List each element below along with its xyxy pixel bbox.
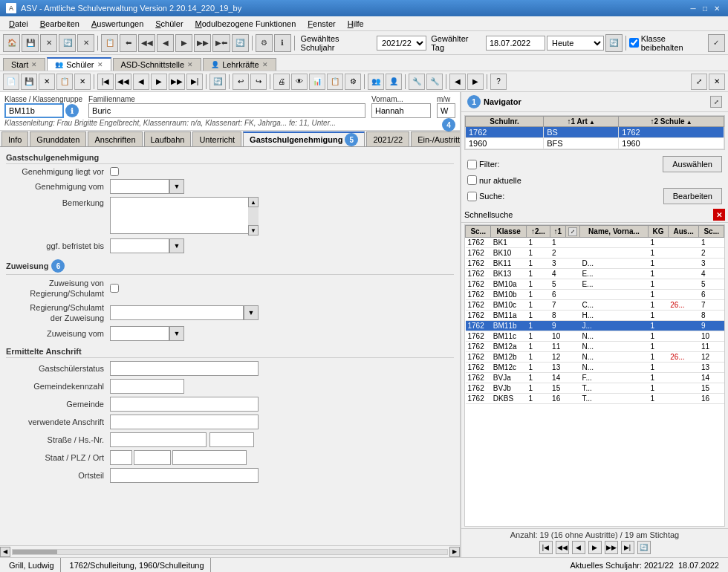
toolbar-final-btn[interactable]: ✓	[708, 34, 725, 52]
toolbar-btn-7[interactable]: ⬅	[120, 34, 137, 52]
sub-btn-eye[interactable]: 👁	[291, 74, 308, 90]
toolbar-btn-5[interactable]: ✕	[77, 34, 94, 52]
close-button[interactable]: ✕	[712, 3, 722, 13]
today-select[interactable]: Heute	[547, 36, 604, 51]
sub-btn-del[interactable]: ✕	[39, 74, 55, 90]
regierung-btn[interactable]: ▼	[244, 305, 259, 320]
genehmigung-vom-input[interactable]	[110, 179, 169, 194]
sub-btn-nav-prev2[interactable]: ◀◀	[115, 74, 131, 90]
sub-btn-help[interactable]: ?	[490, 74, 507, 90]
scrollbar-track[interactable]	[12, 549, 448, 555]
sub-btn-x2[interactable]: ✕	[74, 74, 91, 90]
nav-col-schule[interactable]: ↑2 Schule	[619, 117, 724, 127]
toolbar-btn-2[interactable]: 💾	[22, 34, 39, 52]
mw-input[interactable]	[437, 103, 455, 118]
sub-btn-people[interactable]: 👥	[368, 74, 384, 90]
toolbar-btn-10[interactable]: ▶	[175, 34, 192, 52]
suche-checkbox[interactable]	[467, 192, 477, 201]
results-table-row[interactable]: 1762 BK10 1 2 1 2	[466, 248, 724, 259]
staat-input[interactable]	[110, 450, 132, 465]
toolbar-btn-3[interactable]: ✕	[40, 34, 57, 52]
sub-btn-fwd[interactable]: ↪	[250, 74, 267, 90]
regierung-input[interactable]	[110, 305, 244, 320]
textarea-scroll-up[interactable]: ▲	[248, 197, 259, 207]
familienname-input[interactable]	[88, 103, 365, 118]
results-table-row[interactable]: 1762 BM10a 1 5 E... 1 5	[466, 279, 724, 290]
sub-btn-nav-first[interactable]: |◀	[97, 74, 114, 90]
sub-btn-person[interactable]: 👤	[386, 74, 402, 90]
inner-tab-grunddaten[interactable]: Grunddaten	[30, 131, 86, 146]
bearbeiten-btn[interactable]: Bearbeiten	[663, 188, 722, 204]
sub-btn-settings[interactable]: ⚙	[345, 74, 361, 90]
klasse-beibehalten-checkbox[interactable]	[629, 38, 639, 48]
tab-asd-close[interactable]: ✕	[187, 61, 193, 68]
tag-input[interactable]	[486, 36, 545, 51]
results-table-row[interactable]: 1762 BK11 1 3 D... 1 3	[466, 259, 724, 269]
sub-btn-save[interactable]: 💾	[21, 74, 37, 90]
sub-btn-tools2[interactable]: 🔧	[426, 74, 443, 90]
zuweisung-vom-btn[interactable]: ▼	[169, 326, 184, 341]
textarea-scroll-down[interactable]: ▼	[248, 225, 259, 235]
tab-start[interactable]: Start ✕	[3, 58, 45, 71]
sub-btn-new[interactable]: 📄	[3, 74, 19, 90]
res-nav-refresh[interactable]: 🔄	[637, 541, 651, 554]
nav-table-row[interactable]: 1960BFS1960	[466, 138, 724, 149]
toolbar-btn-6[interactable]: 📋	[101, 34, 118, 52]
tab-asd[interactable]: ASD-Schnittstelle ✕	[113, 58, 202, 71]
nav-col-art[interactable]: ↑1 Art	[544, 117, 619, 127]
plz-input[interactable]	[134, 450, 171, 465]
ortsteil-input[interactable]	[110, 468, 259, 483]
nav-table-row[interactable]: 1762BS1762	[466, 127, 724, 138]
toolbar-btn-1[interactable]: 🏠	[3, 34, 20, 52]
toolbar-btn-12[interactable]: ▶⬅	[212, 34, 230, 52]
menu-fenster[interactable]: Fenster	[302, 18, 341, 30]
res-col-2[interactable]: ↑2...	[527, 226, 550, 238]
sub-btn-doc2[interactable]: 📋	[327, 74, 343, 90]
inner-tab-schuljahr[interactable]: 2021/22	[366, 131, 409, 146]
menu-hilfe[interactable]: Hilfe	[342, 18, 370, 30]
results-table-row[interactable]: 1762 BM12b 1 12 N... 1 26... 12	[466, 352, 724, 363]
nav-expand[interactable]: ⤢	[710, 96, 722, 108]
sub-btn-nav-next2[interactable]: ▶▶	[169, 74, 185, 90]
res-col-klasse[interactable]: Klasse	[491, 226, 527, 238]
results-table-row[interactable]: 1762 BM12a 1 11 N... 1 11	[466, 342, 724, 352]
inner-tab-unterricht[interactable]: Unterricht	[192, 131, 241, 146]
res-col-1[interactable]: ↑1	[550, 226, 565, 238]
maximize-button[interactable]: □	[700, 3, 710, 13]
sub-btn-arrow1[interactable]: ◀	[449, 74, 466, 90]
menu-schueler[interactable]: Schüler	[149, 18, 189, 30]
toolbar-btn-14[interactable]: ⚙	[256, 34, 273, 52]
sub-btn-nav-next[interactable]: ▶	[151, 74, 167, 90]
inner-tab-laufbahn[interactable]: Laufbahn	[144, 131, 192, 146]
tab-schueler[interactable]: 👥 Schüler ✕	[47, 57, 111, 71]
res-col-sc[interactable]: Sc...	[466, 226, 491, 238]
sub-btn-expand[interactable]: ⤢	[691, 74, 707, 90]
res-col-sn[interactable]: Sc...	[699, 226, 724, 238]
results-table-row[interactable]: 1762 BK13 1 4 E... 1 4	[466, 269, 724, 279]
res-nav-next[interactable]: ▶	[588, 541, 602, 554]
menu-modulbezogene[interactable]: Modulbezogene Funktionen	[189, 18, 302, 30]
res-nav-next2[interactable]: ▶▶	[605, 541, 618, 554]
scrollbar-thumb[interactable]	[13, 550, 57, 554]
strasse-input[interactable]	[110, 432, 207, 447]
inner-tab-info[interactable]: Info	[1, 131, 28, 146]
genehmigung-liegt-checkbox[interactable]	[110, 167, 119, 176]
nav-col-schulnr[interactable]: Schulnr.	[466, 117, 544, 127]
gemeinde-input[interactable]	[110, 397, 259, 412]
sub-btn-back[interactable]: ↩	[233, 74, 249, 90]
results-table-row[interactable]: 1762 BVJa 1 14 F... 1 14	[466, 373, 724, 383]
res-nav-first[interactable]: |◀	[539, 541, 553, 554]
gastschueler-input[interactable]	[110, 361, 259, 376]
tab-lehrkraefte[interactable]: 👤 Lehrkräfte ✕	[203, 58, 276, 71]
res-col-aus[interactable]: Aus...	[668, 226, 699, 238]
verwendete-input[interactable]	[110, 415, 259, 429]
navigator-expand-btn[interactable]: ⤢	[710, 96, 722, 108]
schnellsuche-close-btn[interactable]: ✕	[713, 209, 725, 221]
tab-schueler-close[interactable]: ✕	[97, 61, 103, 68]
sub-btn-close-panel[interactable]: ✕	[709, 74, 725, 90]
toolbar-btn-9[interactable]: ◀	[157, 34, 174, 52]
hausnr-input[interactable]	[209, 432, 254, 447]
sub-btn-nav-prev[interactable]: ◀	[133, 74, 149, 90]
res-nav-prev[interactable]: ◀	[572, 541, 585, 554]
gemeindekennzahl-input[interactable]	[110, 379, 184, 394]
